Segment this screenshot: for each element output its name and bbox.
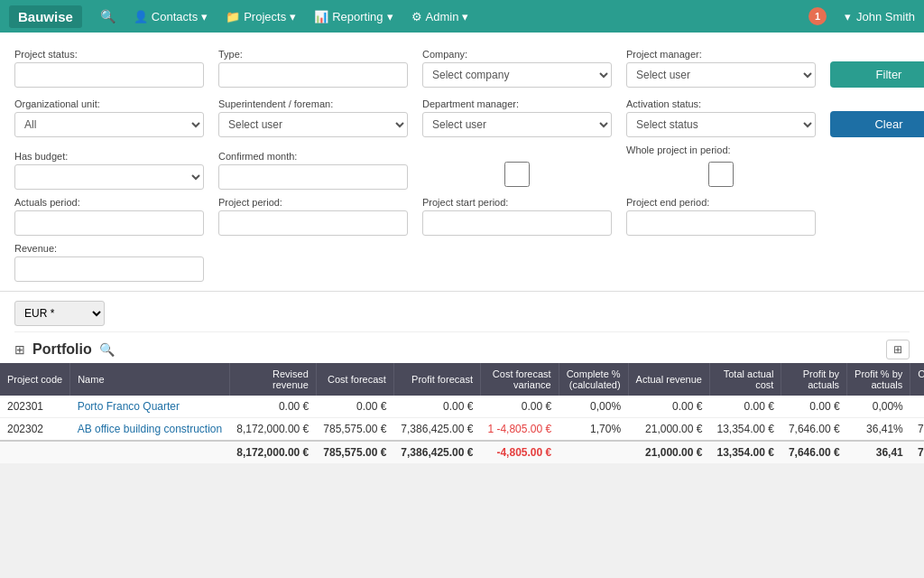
portfolio-table-container: Project code Name Revisedrevenue Cost fo… — [0, 363, 924, 463]
col-name: Name — [70, 363, 230, 396]
projects-chevron-icon: ▾ — [290, 10, 296, 23]
superintendent-select[interactable]: Select user — [218, 112, 408, 137]
cell-name[interactable]: AB office building construction — [70, 418, 230, 442]
project-period-input[interactable] — [218, 210, 408, 236]
project-end-label: Project end period: — [626, 197, 816, 208]
revenue-field: Revenue: — [14, 243, 204, 282]
project-status-input[interactable] — [14, 62, 204, 88]
filter-actions: Filter — [830, 45, 924, 88]
brand-logo[interactable]: Bauwise — [9, 5, 82, 28]
cell-profit-pct-by-actuals: 36,41% — [847, 418, 910, 442]
type-field: Type: — [218, 49, 408, 88]
nav-projects[interactable]: 📁 Projects ▾ — [226, 10, 296, 23]
total-outstanding-actual: 772,221.00 — [910, 441, 924, 463]
cell-code: 202302 — [0, 418, 70, 442]
project-manager-select[interactable]: Select user — [626, 62, 816, 88]
cell-revised-revenue: 0.00 € — [229, 396, 316, 418]
activation-status-field: Activation status: Select status — [626, 98, 816, 137]
user-menu[interactable]: ▾ John Smith — [845, 10, 915, 23]
col-cost-forecast: Cost forecast — [316, 363, 393, 396]
revenue-label: Revenue: — [14, 243, 204, 254]
project-period-field: Project period: — [218, 197, 408, 236]
filter-panel: Project status: Type: Company: Select co… — [0, 33, 924, 292]
cell-total-actual-cost: 0.00 € — [709, 396, 781, 418]
actuals-period-input[interactable] — [14, 210, 204, 236]
cell-outstanding-actual: 772,221.00 — [910, 418, 924, 442]
confirmed-month-input[interactable] — [218, 164, 408, 190]
whole-project-checkbox[interactable] — [626, 162, 816, 187]
org-unit-field: Organizational unit: All — [14, 98, 204, 137]
project-manager-label: Project manager: — [626, 49, 816, 60]
revenue-input[interactable] — [14, 256, 204, 282]
portfolio-search-button[interactable]: 🔍 — [99, 342, 115, 357]
company-select[interactable]: Select company — [422, 62, 612, 88]
dept-manager-label: Department manager: — [422, 98, 612, 109]
company-field: Company: Select company — [422, 49, 612, 88]
cell-cost-forecast: 785,575.00 € — [316, 418, 393, 442]
col-project-code: Project code — [0, 363, 70, 396]
actuals-period-field: Actuals period: — [14, 197, 204, 236]
project-start-field: Project start period: — [422, 197, 612, 236]
project-start-label: Project start period: — [422, 197, 612, 208]
org-unit-label: Organizational unit: — [14, 98, 204, 109]
type-label: Type: — [218, 49, 408, 60]
contacts-icon: 👤 — [134, 10, 148, 23]
project-period-label: Project period: — [218, 197, 408, 208]
project-end-input[interactable] — [626, 210, 816, 236]
exclude-closed-field — [422, 154, 612, 190]
nav-search-icon[interactable]: 🔍 — [100, 9, 116, 23]
col-profit-by-actuals: Profit byactuals — [781, 363, 847, 396]
org-unit-select[interactable]: All — [14, 112, 204, 137]
navbar: Bauwise 🔍 👤 Contacts ▾ 📁 Projects ▾ 📊 Re… — [0, 0, 924, 33]
contacts-chevron-icon: ▾ — [201, 10, 208, 23]
type-input[interactable] — [218, 62, 408, 88]
nav-contacts[interactable]: 👤 Contacts ▾ — [134, 10, 208, 23]
activation-status-select[interactable]: Select status — [626, 112, 816, 137]
total-actual-revenue: 21,000.00 € — [628, 441, 709, 463]
nav-reporting[interactable]: 📊 Reporting ▾ — [314, 10, 393, 23]
cell-cost-forecast-variance: 1 -4,805.00 € — [480, 418, 559, 442]
total-profit-forecast: 7,386,425.00 € — [393, 441, 480, 463]
total-cost-forecast-variance: -4,805.00 € — [480, 441, 559, 463]
reporting-chevron-icon: ▾ — [387, 10, 393, 23]
cell-code: 202301 — [0, 396, 70, 418]
clear-button[interactable]: Clear — [830, 111, 924, 137]
has-budget-select[interactable] — [14, 164, 204, 190]
cell-cost-forecast-variance: 0.00 € — [480, 396, 559, 418]
reporting-icon: 📊 — [314, 10, 328, 23]
table-row: 202302 AB office building construction 8… — [0, 418, 924, 442]
cell-profit-by-actuals: 0.00 € — [781, 396, 847, 418]
col-total-actual-cost: Total actualcost — [709, 363, 781, 396]
project-start-input[interactable] — [422, 210, 612, 236]
notification-bell[interactable]: 1 — [808, 7, 827, 25]
currency-select[interactable]: EUR * — [14, 301, 105, 326]
total-profit-by-actuals: 7,646.00 € — [781, 441, 847, 463]
export-button[interactable]: ⊞ — [886, 340, 910, 359]
confirmed-month-label: Confirmed month: — [218, 151, 408, 162]
portfolio-title: Portfolio — [32, 341, 92, 358]
actuals-period-label: Actuals period: — [14, 197, 204, 208]
cell-profit-forecast: 7,386,425.00 € — [393, 418, 480, 442]
project-manager-field: Project manager: Select user — [626, 49, 816, 88]
col-profit-pct-by-actuals: Profit % byactuals — [847, 363, 910, 396]
cell-actual-revenue: 21,000.00 € — [628, 418, 709, 442]
col-cost-forecast-variance: Cost forecastvariance — [480, 363, 559, 396]
dept-manager-select[interactable]: Select user — [422, 112, 612, 137]
cell-complete-pct: 1,70% — [559, 418, 628, 442]
portfolio-grid-icon: ⊞ — [14, 342, 25, 357]
main-content: Project status: Type: Company: Select co… — [0, 33, 924, 578]
col-complete-pct: Complete %(calculated) — [559, 363, 628, 396]
filter-button[interactable]: Filter — [830, 61, 924, 88]
whole-project-label: Whole project in period: — [626, 144, 816, 155]
confirmed-month-field: Confirmed month: — [218, 151, 408, 190]
cell-complete-pct: 0,00% — [559, 396, 628, 418]
cell-revised-revenue: 8,172,000.00 € — [229, 418, 316, 442]
exclude-closed-checkbox[interactable] — [422, 162, 612, 187]
superintendent-field: Superintendent / foreman: Select user — [218, 98, 408, 137]
cell-name[interactable]: Porto Franco Quarter — [70, 396, 230, 418]
totals-row: 8,172,000.00 € 785,575.00 € 7,386,425.00… — [0, 441, 924, 463]
nav-admin[interactable]: ⚙ Admin ▾ — [411, 10, 469, 23]
total-revised-revenue: 8,172,000.00 € — [229, 441, 316, 463]
cell-profit-forecast: 0.00 € — [393, 396, 480, 418]
cell-cost-forecast: 0.00 € — [316, 396, 393, 418]
